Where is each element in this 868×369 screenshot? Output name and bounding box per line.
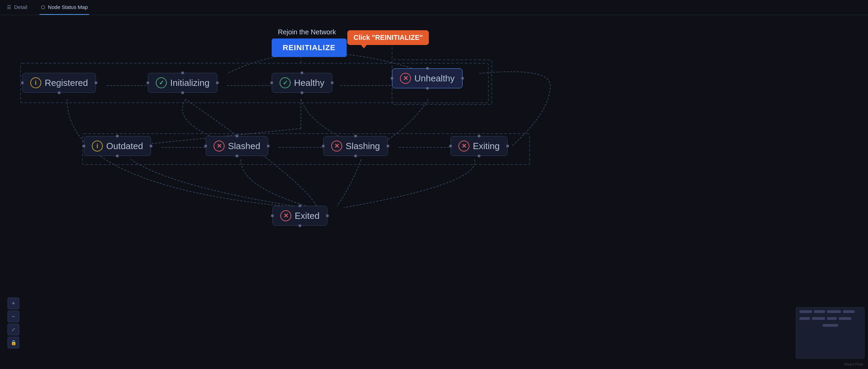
initializing-dot-bottom (181, 91, 184, 94)
zoom-in-icon: + (12, 300, 15, 307)
initializing-dot-right (216, 81, 219, 84)
exiting-icon: ✕ (458, 141, 469, 152)
exited-dot-left (271, 214, 274, 217)
node-outdated[interactable]: i Outdated (84, 136, 151, 156)
slashing-dot-right (387, 145, 389, 147)
outdated-dot-right (150, 145, 152, 147)
node-outdated-label: Outdated (106, 141, 143, 152)
mini-bar (827, 317, 837, 320)
react-flow-text: React Flow (844, 362, 863, 366)
healthy-dot-bottom (301, 91, 303, 94)
healthy-dot-left (270, 81, 273, 84)
node-initializing-label: Initializing (170, 78, 209, 88)
tab-detail-label: Detail (14, 4, 27, 10)
registered-dot-bottom (58, 91, 61, 94)
mini-bar (814, 310, 825, 313)
healthy-dot-top (301, 71, 303, 74)
registered-dot-right (95, 81, 97, 84)
tab-node-status-map[interactable]: ⬡ Node Status Map (40, 0, 89, 15)
mini-map-row-3 (796, 321, 864, 328)
outdated-dot-top (116, 135, 119, 137)
tooltip-text: Click "REINITIALIZE" (354, 34, 423, 41)
exited-dot-right (326, 214, 329, 217)
mini-map-row-1 (796, 308, 864, 314)
slashing-dot-top (354, 135, 357, 137)
slashing-dot-bottom (354, 155, 357, 157)
healthy-icon: ✓ (280, 77, 291, 88)
initializing-dot-left (147, 81, 149, 84)
outdated-dot-left (83, 145, 85, 147)
reinit-label-text: Rejoin the Network (278, 28, 336, 36)
mini-bar (843, 310, 855, 313)
unhealthy-dot-top (426, 67, 429, 70)
reinitialize-button[interactable]: REINITIALIZE (272, 38, 347, 57)
node-slashing[interactable]: ✕ Slashing (323, 136, 388, 156)
node-exited[interactable]: ✕ Exited (272, 206, 327, 226)
mini-bar (827, 310, 841, 313)
node-healthy-label: Healthy (294, 78, 324, 88)
zoom-in-button[interactable]: + (8, 298, 19, 309)
exiting-dot-right (506, 145, 509, 147)
tab-node-status-label: Node Status Map (48, 4, 88, 10)
zoom-out-button[interactable]: − (8, 311, 19, 322)
slashing-dot-left (322, 145, 325, 147)
exited-dot-bottom (299, 224, 301, 227)
initializing-dot-top (181, 71, 184, 74)
unhealthy-dot-right (461, 77, 464, 80)
detail-icon: ☰ (7, 4, 11, 10)
mini-bar (800, 310, 812, 313)
node-slashed-label: Slashed (228, 141, 260, 152)
outdated-icon: i (92, 141, 103, 152)
mini-map (796, 307, 865, 359)
mini-bar (839, 317, 851, 320)
exited-icon: ✕ (280, 210, 291, 221)
node-exited-label: Exited (295, 211, 319, 221)
fit-view-button[interactable]: ⤢ (8, 324, 19, 335)
slashed-icon: ✕ (214, 141, 225, 152)
node-slashed[interactable]: ✕ Slashed (206, 136, 268, 156)
reinit-label: Rejoin the Network (278, 28, 336, 36)
node-exiting[interactable]: ✕ Exiting (451, 136, 508, 156)
reinit-btn-label: REINITIALIZE (283, 43, 336, 52)
node-initializing[interactable]: ✓ Initializing (148, 73, 217, 93)
tab-bar: ☰ Detail ⬡ Node Status Map (0, 0, 868, 15)
react-flow-label: React Flow (844, 362, 863, 366)
exiting-dot-bottom (478, 155, 480, 157)
map-controls: + − ⤢ 🔒 (8, 298, 19, 348)
node-registered-label: Registered (45, 78, 88, 88)
initializing-icon: ✓ (156, 77, 167, 88)
unhealthy-icon: ✕ (400, 73, 411, 84)
node-unhealthy-label: Unhealthy (414, 73, 455, 84)
node-unhealthy[interactable]: ✕ Unhealthy (392, 68, 463, 88)
node-status-icon: ⬡ (41, 4, 45, 10)
exiting-dot-top (478, 135, 480, 137)
mini-bar (800, 317, 810, 320)
node-registered[interactable]: i Registered (22, 73, 96, 93)
unhealthy-dot-left (391, 77, 393, 80)
fit-view-icon: ⤢ (11, 327, 15, 332)
node-slashing-label: Slashing (346, 141, 380, 152)
slashed-dot-left (204, 145, 207, 147)
node-exiting-label: Exiting (473, 141, 500, 152)
mini-bar (812, 317, 825, 320)
slashed-dot-bottom (236, 155, 238, 157)
slashed-dot-right (267, 145, 270, 147)
mini-map-row-2 (796, 314, 864, 321)
slashed-dot-top (236, 135, 238, 137)
tab-detail[interactable]: ☰ Detail (6, 0, 29, 15)
zoom-out-icon: − (12, 313, 15, 320)
registered-dot-left (21, 81, 24, 84)
unhealthy-dot-bottom (426, 87, 429, 90)
outdated-dot-bottom (116, 155, 119, 157)
registered-icon: i (30, 77, 41, 88)
exiting-dot-left (449, 145, 452, 147)
canvas-area: Rejoin the Network REINITIALIZE Click "R… (0, 15, 868, 369)
slashing-icon: ✕ (331, 141, 342, 152)
mini-bar (823, 324, 838, 327)
lock-button[interactable]: 🔒 (8, 337, 19, 348)
tooltip-bubble: Click "REINITIALIZE" (347, 30, 429, 45)
healthy-dot-right (331, 81, 334, 84)
node-healthy[interactable]: ✓ Healthy (272, 73, 332, 93)
lock-icon: 🔒 (11, 340, 17, 345)
exited-dot-top (299, 204, 301, 207)
